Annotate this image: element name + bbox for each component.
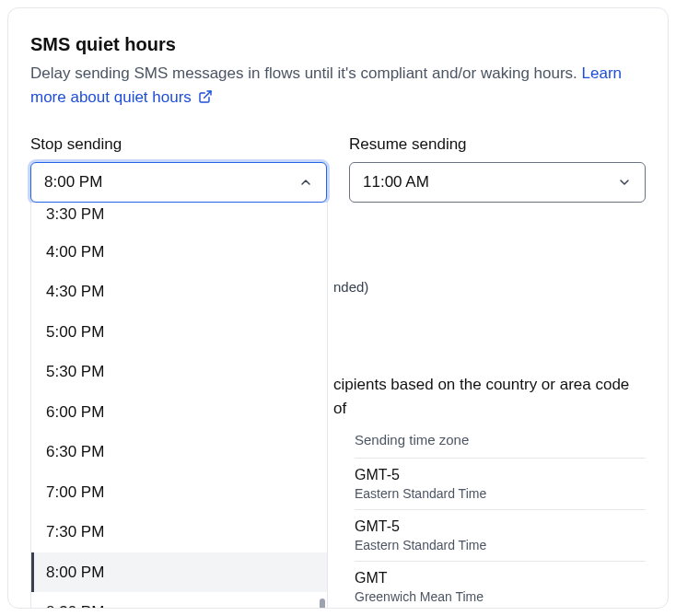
chevron-up-icon	[298, 175, 313, 190]
quiet-hours-card: SMS quiet hours Delay sending SMS messag…	[7, 7, 669, 609]
timezone-column-header: Sending time zone	[355, 430, 646, 451]
timezone-name: Eastern Standard Time	[355, 485, 646, 502]
time-option[interactable]: 7:00 PM	[31, 472, 327, 513]
recommended-hint-fragment: nded)	[333, 277, 646, 298]
timezone-row: GMT-5 Eastern Standard Time	[355, 458, 646, 509]
stop-sending-value: 8:00 PM	[44, 170, 102, 194]
time-option[interactable]: 6:30 PM	[31, 432, 327, 472]
timezone-row: GMT-5 Eastern Standard Time	[355, 509, 646, 561]
stop-sending-dropdown: 3:30 PM 4:00 PM 4:30 PM 5:00 PM 5:30 PM …	[30, 203, 328, 609]
time-option[interactable]: 6:00 PM	[31, 392, 327, 433]
time-option[interactable]: 3:30 PM	[31, 206, 327, 232]
resume-sending-select[interactable]: 11:00 AM	[349, 162, 646, 203]
timezone-code: GMT-5	[355, 517, 646, 537]
timezone-code: GMT	[355, 569, 646, 588]
timezone-description-fragment: cipients based on the country or area co…	[333, 373, 646, 420]
timezone-code: GMT-5	[355, 466, 646, 485]
resume-sending-label: Resume sending	[349, 133, 646, 157]
dropdown-scrollbar[interactable]	[320, 599, 325, 609]
svg-line-0	[204, 91, 210, 98]
time-option[interactable]: 4:30 PM	[31, 272, 327, 312]
timezone-name: Eastern Standard Time	[355, 537, 646, 553]
stop-sending-label: Stop sending	[30, 133, 327, 157]
external-link-icon	[198, 87, 213, 111]
timezone-row: GMT Greenwich Mean Time	[355, 561, 646, 609]
time-option[interactable]: 8:30 PM	[31, 592, 327, 609]
resume-sending-value: 11:00 AM	[363, 170, 429, 194]
stop-sending-select[interactable]: 8:00 PM	[30, 162, 327, 203]
time-option[interactable]: 5:00 PM	[31, 312, 327, 353]
time-range-fields: Stop sending 8:00 PM 3:30 PM 4:00 PM 4:3…	[30, 133, 646, 203]
card-description: Delay sending SMS messages in flows unti…	[30, 62, 646, 110]
time-option[interactable]: 5:30 PM	[31, 352, 327, 392]
resume-sending-field: Resume sending 11:00 AM	[349, 133, 646, 203]
card-title: SMS quiet hours	[30, 30, 646, 58]
timezone-name: Greenwich Mean Time	[355, 588, 646, 605]
time-option[interactable]: 7:30 PM	[31, 512, 327, 552]
description-text: Delay sending SMS messages in flows unti…	[30, 64, 582, 82]
time-option[interactable]: 4:00 PM	[31, 232, 327, 273]
time-option[interactable]: 8:00 PM	[31, 552, 327, 593]
chevron-down-icon	[617, 175, 632, 190]
stop-sending-field: Stop sending 8:00 PM 3:30 PM 4:00 PM 4:3…	[30, 133, 327, 203]
